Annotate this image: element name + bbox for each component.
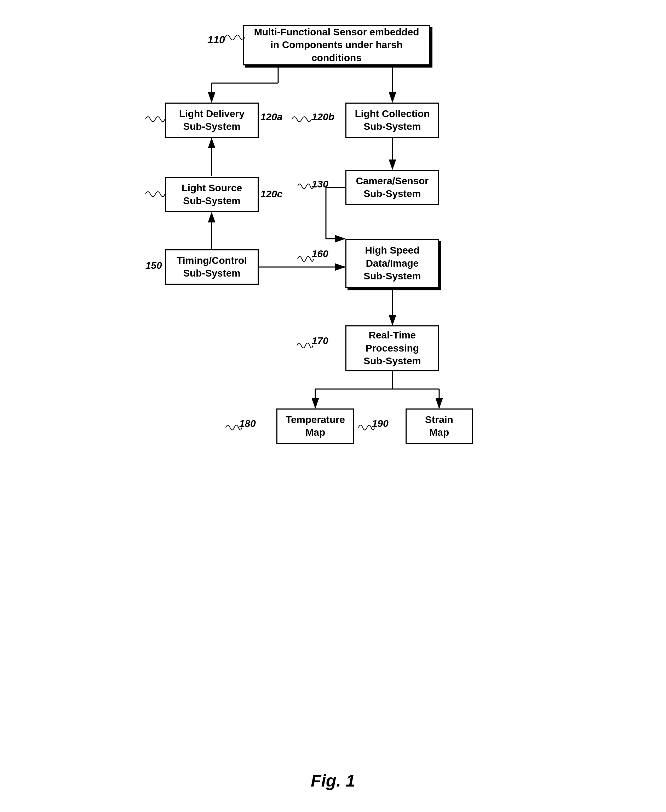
label-160: 160 bbox=[312, 248, 328, 260]
label-130: 130 bbox=[312, 179, 328, 190]
box-130: Camera/SensorSub-System bbox=[345, 170, 439, 205]
box-120c: Light SourceSub-System bbox=[165, 177, 259, 212]
squiggle-160 bbox=[298, 254, 313, 264]
figure-label: Fig. 1 bbox=[311, 771, 355, 791]
squiggle-190 bbox=[358, 422, 374, 432]
box-160: High SpeedData/ImageSub-System bbox=[345, 239, 439, 288]
squiggle-130 bbox=[298, 181, 313, 191]
box-180: TemperatureMap bbox=[276, 408, 354, 444]
label-120c: 120c bbox=[260, 189, 282, 200]
label-120b: 120b bbox=[312, 112, 335, 123]
squiggle-180 bbox=[226, 422, 242, 432]
squiggle-120b bbox=[292, 114, 312, 124]
squiggle-110 bbox=[225, 33, 244, 43]
squiggle-120c bbox=[145, 189, 166, 199]
box-150: Timing/ControlSub-System bbox=[165, 249, 259, 285]
label-110: 110 bbox=[208, 34, 225, 46]
label-150: 150 bbox=[145, 260, 162, 271]
box-170: Real-TimeProcessingSub-System bbox=[345, 325, 439, 371]
box-110: Multi-Functional Sensor embedded in Comp… bbox=[243, 25, 430, 66]
label-120a: 120a bbox=[260, 112, 282, 123]
label-170: 170 bbox=[312, 335, 328, 347]
box-120a: Light DeliverySub-System bbox=[165, 103, 259, 138]
squiggle-170 bbox=[297, 340, 313, 350]
diagram: Multi-Functional Sensor embedded in Comp… bbox=[138, 14, 528, 757]
box-190: StrainMap bbox=[406, 408, 473, 444]
squiggle-120a bbox=[145, 114, 166, 124]
box-120b: Light CollectionSub-System bbox=[345, 103, 439, 138]
